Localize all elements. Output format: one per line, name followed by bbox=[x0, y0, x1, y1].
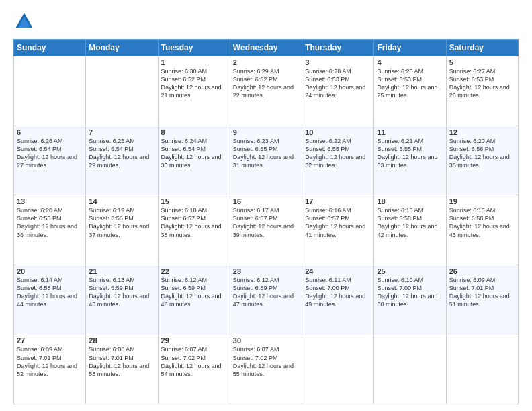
day-number: 28 bbox=[89, 336, 154, 345]
day-detail: Sunrise: 6:14 AM Sunset: 6:58 PM Dayligh… bbox=[17, 276, 83, 309]
calendar-cell bbox=[374, 334, 446, 404]
day-number: 10 bbox=[305, 128, 371, 136]
day-detail: Sunrise: 6:07 AM Sunset: 7:02 PM Dayligh… bbox=[161, 345, 227, 378]
day-number: 11 bbox=[377, 128, 443, 136]
calendar-cell: 13Sunrise: 6:20 AM Sunset: 6:56 PM Dayli… bbox=[14, 195, 86, 265]
day-number: 9 bbox=[233, 128, 299, 136]
calendar-cell: 22Sunrise: 6:12 AM Sunset: 6:59 PM Dayli… bbox=[158, 265, 230, 334]
day-detail: Sunrise: 6:15 AM Sunset: 6:58 PM Dayligh… bbox=[377, 206, 443, 239]
day-number: 25 bbox=[377, 267, 443, 275]
calendar-cell: 15Sunrise: 6:18 AM Sunset: 6:57 PM Dayli… bbox=[158, 195, 230, 265]
day-detail: Sunrise: 6:29 AM Sunset: 6:52 PM Dayligh… bbox=[233, 67, 299, 100]
calendar-cell: 17Sunrise: 6:16 AM Sunset: 6:57 PM Dayli… bbox=[302, 195, 374, 265]
weekday-header-row: SundayMondayTuesdayWednesdayThursdayFrid… bbox=[14, 40, 519, 56]
day-detail: Sunrise: 6:08 AM Sunset: 7:01 PM Dayligh… bbox=[89, 345, 154, 378]
day-number: 2 bbox=[233, 58, 299, 66]
day-number: 8 bbox=[161, 128, 227, 136]
weekday-header-saturday: Saturday bbox=[446, 40, 518, 56]
calendar-cell: 29Sunrise: 6:07 AM Sunset: 7:02 PM Dayli… bbox=[158, 334, 230, 404]
day-detail: Sunrise: 6:22 AM Sunset: 6:55 PM Dayligh… bbox=[305, 137, 371, 170]
weekday-header-friday: Friday bbox=[374, 40, 446, 56]
day-detail: Sunrise: 6:30 AM Sunset: 6:52 PM Dayligh… bbox=[161, 67, 227, 100]
weekday-header-thursday: Thursday bbox=[302, 40, 374, 56]
day-number: 18 bbox=[377, 197, 443, 205]
calendar-cell: 14Sunrise: 6:19 AM Sunset: 6:56 PM Dayli… bbox=[86, 195, 158, 265]
day-number: 30 bbox=[233, 336, 299, 345]
day-detail: Sunrise: 6:15 AM Sunset: 6:58 PM Dayligh… bbox=[449, 206, 515, 239]
calendar-cell: 21Sunrise: 6:13 AM Sunset: 6:59 PM Dayli… bbox=[86, 265, 158, 334]
day-detail: Sunrise: 6:27 AM Sunset: 6:53 PM Dayligh… bbox=[449, 67, 515, 100]
day-detail: Sunrise: 6:09 AM Sunset: 7:01 PM Dayligh… bbox=[449, 276, 515, 309]
day-detail: Sunrise: 6:11 AM Sunset: 7:00 PM Dayligh… bbox=[305, 276, 371, 309]
calendar-cell: 16Sunrise: 6:17 AM Sunset: 6:57 PM Dayli… bbox=[230, 195, 302, 265]
day-number: 17 bbox=[305, 197, 371, 205]
day-number: 15 bbox=[161, 197, 227, 205]
calendar-week-1: 1Sunrise: 6:30 AM Sunset: 6:52 PM Daylig… bbox=[14, 56, 519, 126]
calendar-cell: 3Sunrise: 6:28 AM Sunset: 6:53 PM Daylig… bbox=[302, 56, 374, 126]
day-number: 21 bbox=[89, 267, 154, 275]
day-detail: Sunrise: 6:13 AM Sunset: 6:59 PM Dayligh… bbox=[89, 276, 154, 309]
day-number: 14 bbox=[89, 197, 154, 205]
day-detail: Sunrise: 6:18 AM Sunset: 6:57 PM Dayligh… bbox=[161, 206, 227, 239]
calendar-cell: 23Sunrise: 6:12 AM Sunset: 6:59 PM Dayli… bbox=[230, 265, 302, 334]
day-number: 24 bbox=[305, 267, 371, 275]
calendar-week-4: 20Sunrise: 6:14 AM Sunset: 6:58 PM Dayli… bbox=[14, 265, 519, 334]
calendar-cell: 6Sunrise: 6:26 AM Sunset: 6:54 PM Daylig… bbox=[14, 126, 86, 195]
day-detail: Sunrise: 6:23 AM Sunset: 6:55 PM Dayligh… bbox=[233, 137, 299, 170]
calendar-cell: 4Sunrise: 6:28 AM Sunset: 6:53 PM Daylig… bbox=[374, 56, 446, 126]
day-detail: Sunrise: 6:12 AM Sunset: 6:59 PM Dayligh… bbox=[161, 276, 227, 309]
calendar-cell: 19Sunrise: 6:15 AM Sunset: 6:58 PM Dayli… bbox=[446, 195, 518, 265]
header bbox=[13, 11, 519, 32]
page: SundayMondayTuesdayWednesdayThursdayFrid… bbox=[0, 0, 532, 411]
calendar-cell: 18Sunrise: 6:15 AM Sunset: 6:58 PM Dayli… bbox=[374, 195, 446, 265]
calendar-cell: 25Sunrise: 6:10 AM Sunset: 7:00 PM Dayli… bbox=[374, 265, 446, 334]
day-number: 29 bbox=[161, 336, 227, 345]
day-detail: Sunrise: 6:09 AM Sunset: 7:01 PM Dayligh… bbox=[17, 345, 83, 378]
calendar-cell: 9Sunrise: 6:23 AM Sunset: 6:55 PM Daylig… bbox=[230, 126, 302, 195]
calendar-cell: 28Sunrise: 6:08 AM Sunset: 7:01 PM Dayli… bbox=[86, 334, 158, 404]
day-number: 19 bbox=[449, 197, 515, 205]
calendar-cell: 20Sunrise: 6:14 AM Sunset: 6:58 PM Dayli… bbox=[14, 265, 86, 334]
calendar-cell: 27Sunrise: 6:09 AM Sunset: 7:01 PM Dayli… bbox=[14, 334, 86, 404]
day-number: 12 bbox=[449, 128, 515, 136]
calendar-cell bbox=[86, 56, 158, 126]
day-detail: Sunrise: 6:07 AM Sunset: 7:02 PM Dayligh… bbox=[233, 345, 299, 378]
day-number: 4 bbox=[377, 58, 443, 66]
day-detail: Sunrise: 6:25 AM Sunset: 6:54 PM Dayligh… bbox=[89, 137, 154, 170]
day-number: 5 bbox=[449, 58, 515, 66]
day-detail: Sunrise: 6:16 AM Sunset: 6:57 PM Dayligh… bbox=[305, 206, 371, 239]
calendar-cell: 8Sunrise: 6:24 AM Sunset: 6:54 PM Daylig… bbox=[158, 126, 230, 195]
day-number: 27 bbox=[17, 336, 83, 345]
day-detail: Sunrise: 6:12 AM Sunset: 6:59 PM Dayligh… bbox=[233, 276, 299, 309]
calendar-week-2: 6Sunrise: 6:26 AM Sunset: 6:54 PM Daylig… bbox=[14, 126, 519, 195]
calendar-cell: 30Sunrise: 6:07 AM Sunset: 7:02 PM Dayli… bbox=[230, 334, 302, 404]
day-number: 3 bbox=[305, 58, 371, 66]
calendar-cell: 11Sunrise: 6:21 AM Sunset: 6:55 PM Dayli… bbox=[374, 126, 446, 195]
calendar-cell: 1Sunrise: 6:30 AM Sunset: 6:52 PM Daylig… bbox=[158, 56, 230, 126]
weekday-header-sunday: Sunday bbox=[14, 40, 86, 56]
calendar-cell: 12Sunrise: 6:20 AM Sunset: 6:56 PM Dayli… bbox=[446, 126, 518, 195]
day-number: 7 bbox=[89, 128, 154, 136]
calendar-cell: 10Sunrise: 6:22 AM Sunset: 6:55 PM Dayli… bbox=[302, 126, 374, 195]
day-number: 22 bbox=[161, 267, 227, 275]
day-number: 20 bbox=[17, 267, 83, 275]
calendar-table: SundayMondayTuesdayWednesdayThursdayFrid… bbox=[13, 39, 519, 404]
day-detail: Sunrise: 6:10 AM Sunset: 7:00 PM Dayligh… bbox=[377, 276, 443, 309]
calendar-cell bbox=[14, 56, 86, 126]
day-detail: Sunrise: 6:28 AM Sunset: 6:53 PM Dayligh… bbox=[305, 67, 371, 100]
day-detail: Sunrise: 6:17 AM Sunset: 6:57 PM Dayligh… bbox=[233, 206, 299, 239]
day-number: 16 bbox=[233, 197, 299, 205]
day-detail: Sunrise: 6:24 AM Sunset: 6:54 PM Dayligh… bbox=[161, 137, 227, 170]
calendar-cell: 26Sunrise: 6:09 AM Sunset: 7:01 PM Dayli… bbox=[446, 265, 518, 334]
weekday-header-wednesday: Wednesday bbox=[230, 40, 302, 56]
calendar-cell: 7Sunrise: 6:25 AM Sunset: 6:54 PM Daylig… bbox=[86, 126, 158, 195]
day-detail: Sunrise: 6:26 AM Sunset: 6:54 PM Dayligh… bbox=[17, 137, 83, 170]
day-number: 23 bbox=[233, 267, 299, 275]
day-number: 1 bbox=[161, 58, 227, 66]
day-detail: Sunrise: 6:20 AM Sunset: 6:56 PM Dayligh… bbox=[449, 137, 515, 170]
day-number: 26 bbox=[449, 267, 515, 275]
calendar-week-3: 13Sunrise: 6:20 AM Sunset: 6:56 PM Dayli… bbox=[14, 195, 519, 265]
calendar-week-5: 27Sunrise: 6:09 AM Sunset: 7:01 PM Dayli… bbox=[14, 334, 519, 404]
day-detail: Sunrise: 6:28 AM Sunset: 6:53 PM Dayligh… bbox=[377, 67, 443, 100]
logo-icon bbox=[13, 11, 35, 32]
